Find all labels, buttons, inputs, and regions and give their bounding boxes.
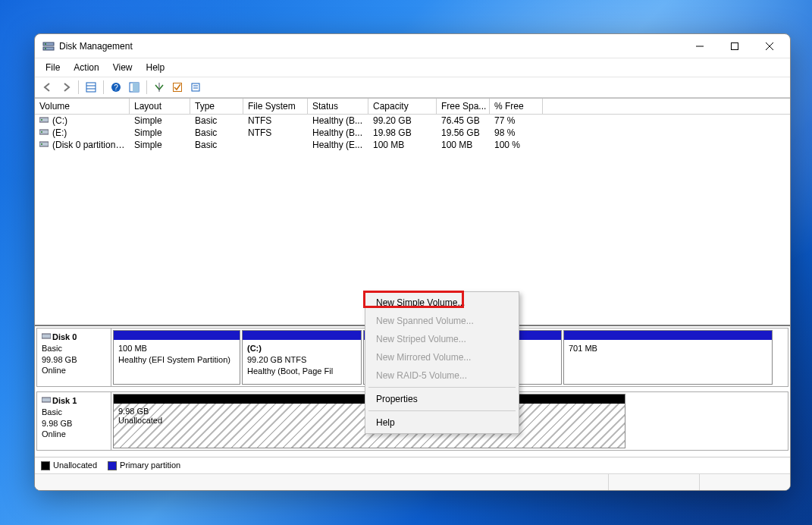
menu-file[interactable]: File	[39, 60, 66, 75]
partition-body: 100 MBHealthy (EFI System Partition)	[114, 340, 240, 384]
volume-capacity: 99.20 GB	[368, 115, 437, 127]
volume-pct-free: 100 %	[490, 139, 543, 151]
menu-action[interactable]: Action	[67, 60, 105, 75]
volume-pct-free: 77 %	[490, 115, 543, 127]
volume-icon	[39, 140, 50, 150]
volume-name: (Disk 0 partition 1)	[52, 140, 126, 150]
col-type[interactable]: Type	[190, 99, 243, 114]
legend: Unallocated Primary partition	[35, 457, 790, 473]
partition[interactable]: 100 MBHealthy (EFI System Partition)	[113, 330, 240, 385]
svg-rect-17	[192, 83, 199, 91]
menu-help[interactable]: Help	[140, 60, 171, 75]
volume-free: 76.45 GB	[437, 115, 490, 127]
svg-point-2	[45, 43, 46, 45]
table-row[interactable]: (Disk 0 partition 1)SimpleBasicHealthy (…	[35, 139, 790, 151]
svg-point-3	[45, 48, 46, 49]
disk-management-icon	[42, 40, 55, 52]
menubar: File Action View Help	[35, 58, 790, 77]
volume-status: Healthy (B...	[308, 127, 368, 139]
view-graphical-button[interactable]	[126, 79, 143, 96]
svg-text:?: ?	[114, 83, 118, 92]
volume-pct-free: 98 %	[490, 127, 543, 139]
volume-layout: Simple	[130, 127, 190, 139]
disk-label[interactable]: Disk 0Basic99.98 GBOnline	[37, 329, 111, 386]
partition[interactable]: 701 MB	[563, 330, 773, 385]
partition-bar	[243, 331, 361, 340]
disk-size: 9.98 GB	[42, 419, 72, 428]
volume-icon	[39, 127, 50, 138]
menu-view[interactable]: View	[107, 60, 139, 75]
volume-list-header: Volume Layout Type File System Status Ca…	[35, 99, 790, 115]
toolbar-separator	[103, 80, 104, 94]
svg-rect-27	[42, 398, 51, 402]
disk-state: Online	[42, 429, 66, 439]
show-hide-button[interactable]	[151, 79, 168, 96]
legend-primary: Primary partition	[120, 461, 180, 470]
volume-free: 100 MB	[437, 139, 490, 151]
titlebar[interactable]: Disk Management	[35, 34, 790, 58]
minimize-button[interactable]	[682, 35, 717, 58]
disk-name: Disk 0	[52, 332, 77, 341]
volume-type: Basic	[190, 139, 243, 151]
volume-capacity: 100 MB	[368, 139, 437, 151]
view-list-button[interactable]	[83, 79, 99, 96]
forward-button[interactable]	[58, 79, 74, 96]
ctx-new-simple-volume[interactable]: New Simple Volume...	[367, 294, 517, 312]
partition-body: 701 MB	[564, 340, 772, 384]
disk-label[interactable]: Disk 1Basic9.98 GBOnline	[37, 392, 111, 450]
close-button[interactable]	[752, 35, 787, 58]
col-free-space[interactable]: Free Spa...	[437, 99, 490, 114]
col-pct-free[interactable]: % Free	[490, 99, 543, 114]
svg-point-21	[41, 119, 42, 121]
volume-layout: Simple	[130, 139, 190, 151]
volume-name: (E:)	[52, 127, 67, 138]
window-title: Disk Management	[59, 41, 682, 52]
volume-capacity: 19.98 GB	[368, 127, 437, 139]
volume-fs: NTFS	[243, 127, 308, 139]
back-button[interactable]	[39, 79, 56, 96]
col-volume[interactable]: Volume	[35, 99, 130, 114]
legend-unallocated: Unallocated	[53, 461, 97, 470]
context-menu: New Simple Volume... New Spanned Volume.…	[365, 291, 519, 434]
disk-state: Online	[42, 366, 66, 375]
volume-type: Basic	[190, 115, 243, 127]
volume-fs: NTFS	[243, 115, 308, 127]
disk-icon	[42, 332, 51, 343]
ctx-properties[interactable]: Properties	[367, 390, 517, 408]
svg-rect-20	[39, 118, 49, 122]
statusbar	[35, 473, 790, 490]
toolbar-separator	[146, 80, 147, 94]
properties-button[interactable]	[187, 79, 204, 96]
volume-name: (C:)	[52, 115, 67, 126]
help-button[interactable]: ?	[108, 79, 124, 96]
col-filesystem[interactable]: File System	[243, 99, 308, 114]
table-row[interactable]: (C:)SimpleBasicNTFSHealthy (B...99.20 GB…	[35, 115, 790, 127]
disk-kind: Basic	[42, 344, 62, 353]
toolbar: ?	[35, 77, 790, 98]
volume-layout: Simple	[130, 115, 190, 127]
maximize-button[interactable]	[717, 35, 752, 58]
volume-fs	[243, 139, 308, 151]
svg-rect-5	[732, 42, 738, 49]
ctx-help[interactable]: Help	[367, 413, 517, 432]
volume-status: Healthy (B...	[308, 115, 368, 127]
col-capacity[interactable]: Capacity	[368, 99, 437, 114]
partition-body: (C:)99.20 GB NTFSHealthy (Boot, Page Fil	[243, 340, 361, 384]
disk-kind: Basic	[42, 407, 62, 417]
ctx-new-striped-volume: New Striped Volume...	[367, 330, 517, 348]
svg-rect-26	[42, 334, 51, 338]
partition[interactable]: (C:)99.20 GB NTFSHealthy (Boot, Page Fil	[242, 330, 362, 385]
disk-icon	[42, 395, 51, 407]
toggle-checkbox-button[interactable]	[169, 79, 186, 96]
svg-rect-24	[39, 142, 49, 146]
disk-name: Disk 1	[52, 396, 77, 405]
ctx-new-spanned-volume: New Spanned Volume...	[367, 312, 517, 330]
col-layout[interactable]: Layout	[130, 99, 190, 114]
svg-rect-8	[86, 83, 96, 92]
col-status[interactable]: Status	[308, 99, 368, 114]
partition-bar	[114, 331, 240, 340]
svg-point-23	[41, 131, 42, 133]
table-row[interactable]: (E:)SimpleBasicNTFSHealthy (B...19.98 GB…	[35, 127, 790, 139]
disk-size: 99.98 GB	[42, 355, 77, 364]
partition-bar	[564, 331, 772, 340]
